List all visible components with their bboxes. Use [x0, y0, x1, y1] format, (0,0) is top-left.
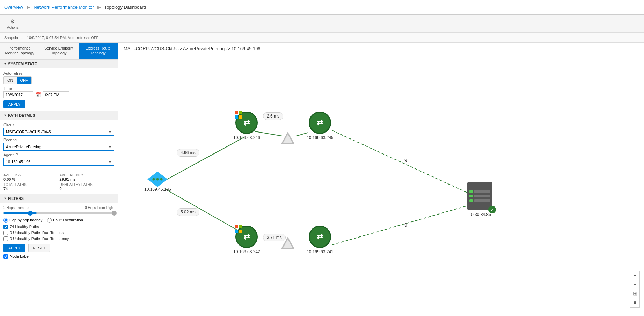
tab-express-route[interactable]: Express Route Topology — [79, 43, 118, 59]
zoom-in-button[interactable]: + — [630, 271, 639, 280]
network-svg — [118, 43, 644, 316]
zoom-out-button[interactable]: − — [630, 280, 639, 289]
avg-loss-label: AVG LOSS — [3, 173, 58, 177]
node-2[interactable]: ⇄ 10.169.63.245 — [307, 112, 334, 140]
agent-ip-row: 10.169.45.196 — [3, 158, 114, 166]
node-1-label: 10.169.63.246 — [233, 135, 260, 140]
breadcrumb-sep-2: ▶ — [97, 5, 101, 10]
breadcrumb-npm[interactable]: Network Performance Monitor — [34, 5, 94, 10]
swap-icon-2: ⇄ — [317, 118, 323, 127]
toggle-on-button[interactable]: ON — [4, 77, 17, 84]
node-4-circle: ⇄ — [309, 226, 331, 248]
circuit-label: Circuit — [3, 123, 114, 127]
system-state-apply-button[interactable]: APPLY — [3, 100, 25, 108]
slider-thumb-left[interactable] — [28, 211, 33, 216]
svg-line-0 — [165, 137, 244, 180]
agent-node-label: 10.169.45.196 — [144, 187, 171, 192]
hop-triangle-upper — [281, 132, 294, 144]
tab-service-endpoint[interactable]: Service Endpoint Topology — [39, 43, 78, 59]
radio-fault-loc[interactable]: Fault Localization — [47, 218, 83, 223]
hops-slider-track[interactable] — [3, 212, 114, 214]
agent-ip-label: Agent IP — [3, 153, 114, 157]
auto-refresh-label: Auto-refresh — [3, 71, 114, 75]
calendar-icon[interactable]: 📅 — [35, 92, 41, 97]
avg-latency-label: AVG LATENCY — [60, 173, 115, 177]
filters-content: 2 Hops From Left 0 Hops From Right Hop b… — [0, 203, 118, 263]
radio-hop-latency[interactable]: Hop by hop latency — [3, 218, 42, 223]
time-input[interactable] — [43, 91, 69, 98]
filters-apply-button[interactable]: APPLY — [3, 244, 25, 252]
zoom-controls: + − ⊞ ≡ — [630, 271, 640, 308]
actions-icon: ⚙ — [10, 18, 15, 25]
agent-ip-select[interactable]: 10.169.45.196 — [3, 158, 114, 166]
zoom-fit-button[interactable]: ⊞ — [630, 289, 639, 298]
path-details-arrow: ▼ — [3, 114, 7, 117]
path-details-header[interactable]: ▼ PATH DETAILS — [0, 111, 118, 120]
system-state-header[interactable]: ▼ SYSTEM STATE — [0, 59, 118, 68]
device-led-2 — [469, 195, 473, 197]
checkbox-loss[interactable] — [3, 231, 8, 235]
slider-labels: 2 Hops From Left 0 Hops From Right — [3, 206, 114, 210]
ms-logo-3 — [235, 225, 243, 233]
filters-reset-button[interactable]: RESET — [28, 244, 50, 252]
device-bar-2 — [474, 195, 490, 197]
checkbox-loss-label: 0 Unhealthy Paths Due To Loss — [10, 231, 64, 235]
left-panel: Performance Monitor Topology Service End… — [0, 43, 118, 316]
agent-diamond — [147, 172, 168, 186]
snapshot-bar: Snapshot at: 10/9/2017, 6:07:54 PM, Auto… — [0, 33, 644, 43]
hop-triangle-lower — [281, 237, 294, 249]
agent-node[interactable]: 10.169.45.196 — [144, 172, 171, 192]
avg-loss-stat: AVG LOSS 0.00 % — [3, 173, 58, 181]
unhealthy-paths-value: 0 — [60, 187, 62, 191]
stats-grid: AVG LOSS 0.00 % AVG LATENCY 29.91 ms TOT… — [0, 171, 118, 194]
filters-title: FILTERS — [8, 196, 24, 201]
node-label-checkbox[interactable] — [3, 254, 8, 259]
time-row: 📅 — [3, 91, 114, 98]
toggle-off-button[interactable]: OFF — [17, 77, 31, 84]
node-4-label: 10.169.63.241 — [307, 249, 334, 254]
time-label: Time — [3, 86, 114, 90]
device-rect: ✓ — [467, 182, 492, 210]
filters-header[interactable]: ▼ FILTERS — [0, 194, 118, 203]
slider-thumb-right[interactable] — [112, 211, 117, 216]
node-1[interactable]: ⇄ 10.169.63.246 — [233, 112, 260, 140]
peering-label: Peering — [3, 138, 114, 142]
device-row-2 — [469, 195, 490, 197]
circuit-select[interactable]: MSIT-CORP-WCUS-Ckt-5 — [3, 128, 114, 136]
node-label-row: Node Label — [3, 254, 114, 260]
avg-latency-stat: AVG LATENCY 29.91 ms — [60, 173, 115, 181]
radio-hop-input[interactable] — [3, 218, 8, 223]
device-row-1 — [469, 190, 490, 193]
swap-icon-1: ⇄ — [243, 118, 250, 127]
ms-logo-1 — [235, 111, 243, 119]
device-bar-3 — [474, 199, 490, 202]
radio-row: Hop by hop latency Fault Localization — [3, 218, 114, 223]
checkbox-latency[interactable] — [3, 236, 8, 241]
hop-label-upper: 9 — [404, 158, 407, 163]
node-3-circle: ⇄ — [235, 226, 258, 248]
checkbox-healthy-row: 74 Healthy Paths — [3, 225, 114, 229]
node-4[interactable]: ⇄ 10.169.63.241 — [307, 226, 334, 254]
breadcrumb-overview[interactable]: Overview — [4, 5, 23, 10]
latency-bubble-2: 5.02 ms — [177, 208, 199, 216]
svg-line-6 — [332, 130, 471, 194]
node-label-text: Node Label — [10, 254, 29, 258]
destination-device[interactable]: ✓ 10.30.84.86 — [467, 182, 492, 217]
svg-line-1 — [165, 189, 244, 234]
checkbox-healthy-label: 74 Healthy Paths — [10, 225, 39, 229]
actions-label: Actions — [7, 25, 19, 29]
node-3[interactable]: ⇄ 10.169.63.242 — [233, 226, 260, 254]
checkbox-healthy[interactable] — [3, 225, 8, 229]
tab-performance-monitor[interactable]: Performance Monitor Topology — [0, 43, 39, 59]
peering-select[interactable]: AzurePrivatePeering — [3, 143, 114, 151]
date-input[interactable] — [3, 91, 33, 98]
zoom-list-button[interactable]: ≡ — [630, 298, 639, 307]
avg-latency-value: 29.91 ms — [60, 177, 76, 181]
radio-fault-input[interactable] — [47, 218, 52, 223]
device-checkmark: ✓ — [488, 206, 496, 213]
actions-button[interactable]: ⚙ Actions — [4, 17, 21, 31]
device-led-3 — [469, 199, 473, 202]
peering-row: AzurePrivatePeering — [3, 143, 114, 151]
node-1-circle: ⇄ — [235, 112, 258, 134]
header: Overview ▶ Network Performance Monitor ▶… — [0, 0, 644, 15]
